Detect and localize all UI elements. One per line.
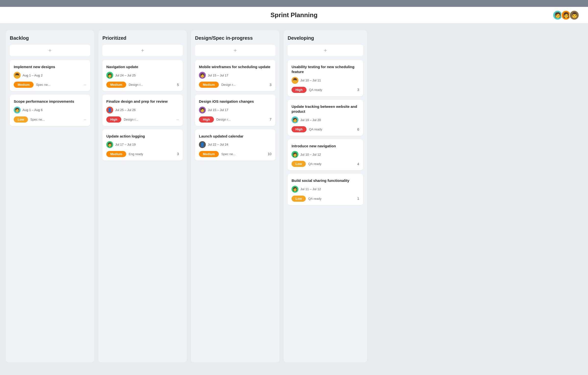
card-implement-new-designs: Implement new designs 👦 Aug 1 – Aug 2 Me… (10, 60, 90, 91)
card-title: Update tracking between website and prod… (292, 104, 359, 114)
card-avatar: 👩 (106, 141, 113, 148)
priority-badge: Medium (106, 151, 126, 157)
card-avatar: 👩 (292, 186, 298, 193)
priority-badge: Low (292, 196, 306, 202)
card-title: Introduce new navigation (292, 144, 359, 149)
card-status: Eng ready (129, 152, 143, 156)
card-finalize-design: Finalize design and prep for review 👤 Ju… (102, 95, 183, 126)
page-title: Sprint Planning (0, 11, 588, 19)
priority-badge: High (292, 87, 306, 93)
card-count: 1 (357, 197, 359, 200)
card-meta: 👤 Jul 25 – Jul 26 (106, 107, 179, 113)
column-title-developing: Developing (288, 35, 363, 41)
card-update-action-logging: Update action logging 👩 Jul 17 – Jul 19 … (102, 129, 183, 161)
column-title-design-spec: Design/Spec in-progress (195, 35, 275, 41)
card-status: QA ready (309, 127, 322, 131)
card-footer: Medium Eng ready 3 (106, 151, 179, 157)
card-footer: Low Spec ne... – (14, 116, 86, 123)
card-title: Update action logging (106, 134, 179, 139)
card-date: Jul 10 – Jul 11 (300, 78, 321, 82)
card-footer: High QA ready 6 (292, 126, 359, 132)
card-minus-btn[interactable]: – (84, 82, 86, 87)
priority-badge: Medium (14, 82, 34, 88)
team-avatars: 🧑 👩 👨 (553, 10, 579, 20)
card-meta: 👦 Aug 1 – Aug 2 (14, 72, 86, 79)
card-footer: Low QA ready 4 (292, 161, 359, 167)
priority-badge: Medium (199, 151, 219, 157)
card-avatar: 🧑 (292, 116, 298, 123)
card-meta: 👦 Jul 10 – Jul 11 (292, 77, 359, 84)
add-card-developing[interactable]: + (288, 45, 363, 56)
page-header: Sprint Planning 🧑 👩 👨 (0, 7, 588, 24)
add-card-design-spec[interactable]: + (195, 45, 275, 56)
card-avatar: 🧑 (199, 72, 206, 79)
card-date: Jul 11 – Jul 12 (300, 187, 321, 191)
card-date: Jul 19 – Jul 20 (300, 118, 321, 122)
priority-badge: High (292, 126, 306, 132)
card-date: Aug 1 – Aug 6 (23, 108, 43, 112)
avatar-3[interactable]: 👨 (569, 10, 579, 20)
card-status: QA ready (308, 197, 321, 200)
add-card-prioritized[interactable]: + (102, 45, 183, 56)
card-minus-btn[interactable]: – (176, 117, 179, 122)
card-avatar: 👤 (106, 107, 113, 113)
card-avatar: 👩 (292, 151, 298, 158)
priority-badge: Medium (199, 82, 219, 88)
column-design-spec: Design/Spec in-progress + Mobile wirefra… (191, 30, 279, 362)
kanban-board: Backlog + Implement new designs 👦 Aug 1 … (0, 24, 588, 369)
card-status: Design r... (221, 83, 236, 87)
card-date: Aug 1 – Aug 2 (23, 74, 43, 77)
card-date: Jul 17 – Jul 19 (115, 143, 136, 146)
card-status: Design r... (216, 118, 231, 121)
card-title: Navigation update (106, 64, 179, 69)
card-avatar: 🧑 (199, 107, 206, 113)
card-count: 10 (268, 152, 271, 156)
card-footer: High Design r... – (106, 116, 179, 123)
card-navigation-update: Navigation update 👩 Jul 24 – Jul 25 Medi… (102, 60, 183, 91)
card-status: Spec ne... (221, 152, 236, 156)
card-usability-testing: Usability testing for new scheduling fea… (288, 60, 363, 96)
card-date: Jul 22 – Jul 24 (208, 143, 228, 146)
card-avatar: 👦 (14, 72, 21, 79)
card-date: Jul 15 – Jul 17 (208, 108, 228, 112)
card-title: Mobile wireframes for scheduling update (199, 64, 271, 69)
priority-badge: Medium (106, 82, 126, 88)
card-meta: 🧑 Jul 19 – Jul 20 (292, 116, 359, 123)
card-status: Spec ne... (30, 118, 45, 121)
card-meta: 🧑 Jul 15 – Jul 17 (199, 72, 271, 79)
card-title: Usability testing for new scheduling fea… (292, 64, 359, 75)
top-bar (0, 0, 588, 7)
card-status: Design r... (124, 118, 138, 121)
card-date: Jul 10 – Jul 12 (300, 153, 321, 156)
card-footer: High QA ready 3 (292, 87, 359, 93)
card-title: Implement new designs (14, 64, 86, 69)
card-count: 3 (270, 83, 271, 87)
card-count: 5 (177, 83, 179, 87)
priority-badge: Low (292, 161, 306, 167)
card-footer: Medium Spec ne... 10 (199, 151, 271, 157)
card-title: Finalize design and prep for review (106, 99, 179, 104)
card-meta: 🧑 Aug 1 – Aug 6 (14, 107, 86, 113)
card-count: 7 (270, 117, 271, 121)
card-date: Jul 24 – Jul 25 (115, 74, 136, 77)
card-avatar: 👦 (292, 77, 298, 84)
add-card-backlog[interactable]: + (10, 45, 90, 56)
card-avatar: 🧑 (14, 107, 21, 113)
card-title: Build social sharing functionality (292, 178, 359, 183)
priority-badge: High (106, 116, 121, 123)
card-count: 3 (357, 88, 359, 92)
card-footer: High Design r... 7 (199, 116, 271, 123)
card-minus-btn[interactable]: – (84, 117, 86, 122)
card-meta: 👤 Jul 22 – Jul 24 (199, 141, 271, 148)
card-launch-calendar: Launch updated calendar 👤 Jul 22 – Jul 2… (195, 129, 275, 161)
card-meta: 🧑 Jul 15 – Jul 17 (199, 107, 271, 113)
card-count: 3 (177, 152, 179, 156)
card-avatar: 👤 (199, 141, 206, 148)
card-title: Scope performance improvements (14, 99, 86, 104)
card-footer: Low QA ready 1 (292, 196, 359, 202)
card-footer: Medium Spec ne... – (14, 82, 86, 88)
card-count: 6 (357, 127, 359, 131)
card-date: Jul 25 – Jul 26 (115, 108, 136, 112)
card-title: Launch updated calendar (199, 134, 271, 139)
card-meta: 👩 Jul 17 – Jul 19 (106, 141, 179, 148)
